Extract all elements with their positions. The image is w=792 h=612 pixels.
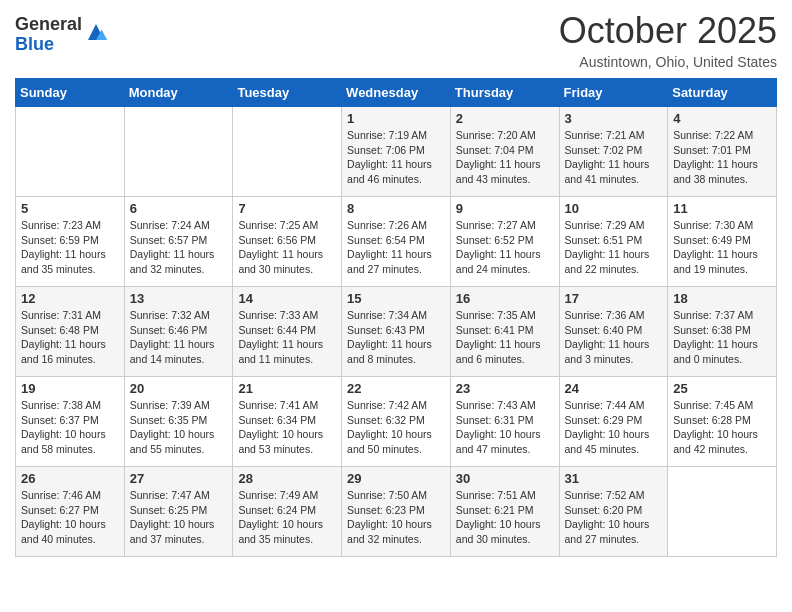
day-info: Sunrise: 7:33 AMSunset: 6:44 PMDaylight:…	[238, 309, 323, 365]
week-row-4: 19Sunrise: 7:38 AMSunset: 6:37 PMDayligh…	[16, 377, 777, 467]
day-cell: 10Sunrise: 7:29 AMSunset: 6:51 PMDayligh…	[559, 197, 668, 287]
day-info: Sunrise: 7:51 AMSunset: 6:21 PMDaylight:…	[456, 489, 541, 545]
calendar-table: SundayMondayTuesdayWednesdayThursdayFrid…	[15, 78, 777, 557]
day-cell: 30Sunrise: 7:51 AMSunset: 6:21 PMDayligh…	[450, 467, 559, 557]
day-number: 21	[238, 381, 336, 396]
day-info: Sunrise: 7:25 AMSunset: 6:56 PMDaylight:…	[238, 219, 323, 275]
day-info: Sunrise: 7:22 AMSunset: 7:01 PMDaylight:…	[673, 129, 758, 185]
day-info: Sunrise: 7:31 AMSunset: 6:48 PMDaylight:…	[21, 309, 106, 365]
day-cell: 23Sunrise: 7:43 AMSunset: 6:31 PMDayligh…	[450, 377, 559, 467]
day-cell: 11Sunrise: 7:30 AMSunset: 6:49 PMDayligh…	[668, 197, 777, 287]
day-info: Sunrise: 7:43 AMSunset: 6:31 PMDaylight:…	[456, 399, 541, 455]
day-cell: 5Sunrise: 7:23 AMSunset: 6:59 PMDaylight…	[16, 197, 125, 287]
logo-blue-text: Blue	[15, 35, 82, 55]
day-info: Sunrise: 7:42 AMSunset: 6:32 PMDaylight:…	[347, 399, 432, 455]
day-number: 15	[347, 291, 445, 306]
header-cell-tuesday: Tuesday	[233, 79, 342, 107]
day-cell: 31Sunrise: 7:52 AMSunset: 6:20 PMDayligh…	[559, 467, 668, 557]
day-number: 31	[565, 471, 663, 486]
day-number: 25	[673, 381, 771, 396]
day-cell: 20Sunrise: 7:39 AMSunset: 6:35 PMDayligh…	[124, 377, 233, 467]
day-info: Sunrise: 7:44 AMSunset: 6:29 PMDaylight:…	[565, 399, 650, 455]
day-info: Sunrise: 7:30 AMSunset: 6:49 PMDaylight:…	[673, 219, 758, 275]
day-number: 1	[347, 111, 445, 126]
week-row-5: 26Sunrise: 7:46 AMSunset: 6:27 PMDayligh…	[16, 467, 777, 557]
day-info: Sunrise: 7:34 AMSunset: 6:43 PMDaylight:…	[347, 309, 432, 365]
day-cell: 15Sunrise: 7:34 AMSunset: 6:43 PMDayligh…	[342, 287, 451, 377]
day-number: 6	[130, 201, 228, 216]
day-number: 17	[565, 291, 663, 306]
logo: General Blue	[15, 15, 108, 55]
day-number: 19	[21, 381, 119, 396]
day-cell	[233, 107, 342, 197]
month-title: October 2025	[559, 10, 777, 52]
day-number: 24	[565, 381, 663, 396]
day-number: 30	[456, 471, 554, 486]
day-cell: 27Sunrise: 7:47 AMSunset: 6:25 PMDayligh…	[124, 467, 233, 557]
day-cell: 6Sunrise: 7:24 AMSunset: 6:57 PMDaylight…	[124, 197, 233, 287]
day-number: 22	[347, 381, 445, 396]
day-info: Sunrise: 7:36 AMSunset: 6:40 PMDaylight:…	[565, 309, 650, 365]
day-info: Sunrise: 7:49 AMSunset: 6:24 PMDaylight:…	[238, 489, 323, 545]
header-cell-friday: Friday	[559, 79, 668, 107]
day-cell: 4Sunrise: 7:22 AMSunset: 7:01 PMDaylight…	[668, 107, 777, 197]
day-number: 20	[130, 381, 228, 396]
day-number: 27	[130, 471, 228, 486]
day-number: 2	[456, 111, 554, 126]
day-cell: 12Sunrise: 7:31 AMSunset: 6:48 PMDayligh…	[16, 287, 125, 377]
day-info: Sunrise: 7:50 AMSunset: 6:23 PMDaylight:…	[347, 489, 432, 545]
day-cell: 7Sunrise: 7:25 AMSunset: 6:56 PMDaylight…	[233, 197, 342, 287]
day-info: Sunrise: 7:19 AMSunset: 7:06 PMDaylight:…	[347, 129, 432, 185]
day-number: 5	[21, 201, 119, 216]
title-area: October 2025 Austintown, Ohio, United St…	[559, 10, 777, 70]
day-cell: 19Sunrise: 7:38 AMSunset: 6:37 PMDayligh…	[16, 377, 125, 467]
day-cell: 3Sunrise: 7:21 AMSunset: 7:02 PMDaylight…	[559, 107, 668, 197]
day-info: Sunrise: 7:47 AMSunset: 6:25 PMDaylight:…	[130, 489, 215, 545]
week-row-3: 12Sunrise: 7:31 AMSunset: 6:48 PMDayligh…	[16, 287, 777, 377]
day-number: 10	[565, 201, 663, 216]
day-info: Sunrise: 7:38 AMSunset: 6:37 PMDaylight:…	[21, 399, 106, 455]
day-cell: 13Sunrise: 7:32 AMSunset: 6:46 PMDayligh…	[124, 287, 233, 377]
day-number: 4	[673, 111, 771, 126]
day-cell: 14Sunrise: 7:33 AMSunset: 6:44 PMDayligh…	[233, 287, 342, 377]
day-info: Sunrise: 7:21 AMSunset: 7:02 PMDaylight:…	[565, 129, 650, 185]
day-cell: 8Sunrise: 7:26 AMSunset: 6:54 PMDaylight…	[342, 197, 451, 287]
day-info: Sunrise: 7:37 AMSunset: 6:38 PMDaylight:…	[673, 309, 758, 365]
location: Austintown, Ohio, United States	[559, 54, 777, 70]
day-number: 18	[673, 291, 771, 306]
day-info: Sunrise: 7:46 AMSunset: 6:27 PMDaylight:…	[21, 489, 106, 545]
day-cell	[124, 107, 233, 197]
day-info: Sunrise: 7:27 AMSunset: 6:52 PMDaylight:…	[456, 219, 541, 275]
header-row: SundayMondayTuesdayWednesdayThursdayFrid…	[16, 79, 777, 107]
day-cell: 9Sunrise: 7:27 AMSunset: 6:52 PMDaylight…	[450, 197, 559, 287]
header-cell-thursday: Thursday	[450, 79, 559, 107]
day-info: Sunrise: 7:29 AMSunset: 6:51 PMDaylight:…	[565, 219, 650, 275]
day-number: 28	[238, 471, 336, 486]
day-number: 11	[673, 201, 771, 216]
day-cell: 18Sunrise: 7:37 AMSunset: 6:38 PMDayligh…	[668, 287, 777, 377]
day-cell: 28Sunrise: 7:49 AMSunset: 6:24 PMDayligh…	[233, 467, 342, 557]
day-cell	[16, 107, 125, 197]
day-cell: 16Sunrise: 7:35 AMSunset: 6:41 PMDayligh…	[450, 287, 559, 377]
header: General Blue October 2025 Austintown, Oh…	[15, 10, 777, 70]
day-cell: 29Sunrise: 7:50 AMSunset: 6:23 PMDayligh…	[342, 467, 451, 557]
day-cell	[668, 467, 777, 557]
day-cell: 21Sunrise: 7:41 AMSunset: 6:34 PMDayligh…	[233, 377, 342, 467]
day-info: Sunrise: 7:24 AMSunset: 6:57 PMDaylight:…	[130, 219, 215, 275]
page-container: General Blue October 2025 Austintown, Oh…	[0, 0, 792, 572]
day-number: 7	[238, 201, 336, 216]
day-info: Sunrise: 7:26 AMSunset: 6:54 PMDaylight:…	[347, 219, 432, 275]
day-number: 16	[456, 291, 554, 306]
day-info: Sunrise: 7:41 AMSunset: 6:34 PMDaylight:…	[238, 399, 323, 455]
day-cell: 26Sunrise: 7:46 AMSunset: 6:27 PMDayligh…	[16, 467, 125, 557]
day-cell: 22Sunrise: 7:42 AMSunset: 6:32 PMDayligh…	[342, 377, 451, 467]
header-cell-sunday: Sunday	[16, 79, 125, 107]
day-number: 8	[347, 201, 445, 216]
header-cell-monday: Monday	[124, 79, 233, 107]
day-info: Sunrise: 7:52 AMSunset: 6:20 PMDaylight:…	[565, 489, 650, 545]
day-number: 13	[130, 291, 228, 306]
day-info: Sunrise: 7:39 AMSunset: 6:35 PMDaylight:…	[130, 399, 215, 455]
day-info: Sunrise: 7:23 AMSunset: 6:59 PMDaylight:…	[21, 219, 106, 275]
day-cell: 1Sunrise: 7:19 AMSunset: 7:06 PMDaylight…	[342, 107, 451, 197]
day-number: 29	[347, 471, 445, 486]
